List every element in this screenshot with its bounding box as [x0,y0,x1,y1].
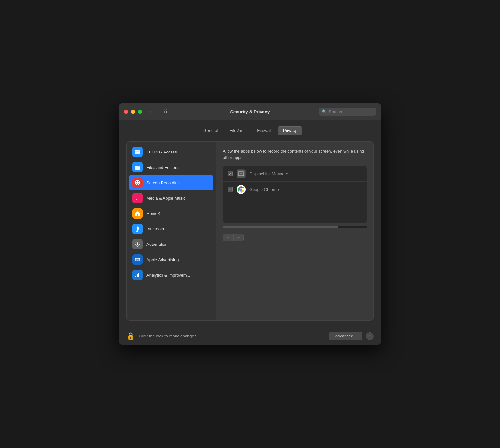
chrome-label: Google Chrome [249,187,279,192]
tab-filevault[interactable]: FileVault [224,126,251,135]
svg-rect-9 [136,259,139,261]
main-window: ‹ › ⠿ Security & Privacy 🔍 General FileV… [119,103,381,345]
svg-point-19 [240,189,242,190]
sidebar-item-label: Apple Advertising [146,257,179,262]
sidebar-item-automation[interactable]: Automation [129,236,213,252]
sidebar-item-apple-advertising[interactable]: Apple Advertising [129,252,213,267]
sidebar-item-label: Bluetooth [146,227,164,231]
forward-button[interactable]: › [154,109,160,115]
horizontal-scrollbar[interactable] [223,226,367,228]
analytics-icon [132,270,143,280]
tab-general[interactable]: General [198,126,223,135]
homekit-icon [132,208,143,219]
svg-rect-15 [240,173,242,174]
nav-arrows: ‹ › [147,109,160,115]
main-panel: Full Disk Access Files and Folders Scree… [126,141,374,321]
tabs-bar: General FileVault Firewall Privacy [126,126,374,135]
scrollbar-thumb [223,226,338,228]
search-icon: 🔍 [322,109,327,114]
sidebar-item-screen-recording[interactable]: Screen Recording [129,175,213,190]
media-apple-music-icon: ♪ [132,193,143,203]
sidebar: Full Disk Access Files and Folders Scree… [127,142,216,320]
sidebar-item-homekit[interactable]: HomeKit [129,206,213,221]
empty-row [223,197,367,223]
automation-icon [132,239,143,249]
table-row: Google Chrome [223,182,367,197]
close-button[interactable] [124,110,128,114]
svg-point-5 [136,181,139,184]
add-app-button[interactable]: + [223,234,233,241]
lock-text: Click the lock to make changes. [139,334,197,338]
displaylink-label: DisplayLink Manager [249,171,288,176]
search-input[interactable] [329,109,373,114]
tab-firewall[interactable]: Firewall [252,126,277,135]
tab-privacy[interactable]: Privacy [278,126,302,135]
sidebar-item-label: Automation [146,242,168,247]
svg-text:♪: ♪ [136,195,138,201]
sidebar-item-label: Full Disk Access [146,150,177,154]
sidebar-item-label: Media & Apple Music [146,196,185,201]
traffic-lights [124,110,142,114]
minimize-button[interactable] [131,110,135,114]
screen-recording-icon [132,178,143,188]
help-button[interactable]: ? [366,332,374,340]
displaylink-checkbox[interactable] [228,171,233,176]
content-area: General FileVault Firewall Privacy Full … [119,120,381,327]
sidebar-item-label: HomeKit [146,211,162,216]
apple-advertising-icon [132,254,143,265]
sidebar-item-analytics-improvements[interactable]: Analytics & Improvem... [129,267,213,283]
sidebar-item-files-and-folders[interactable]: Files and Folders [129,160,213,175]
panel-description: Allow the apps below to record the conte… [223,148,367,161]
titlebar: ‹ › ⠿ Security & Privacy 🔍 [119,103,381,120]
svg-rect-11 [137,274,138,277]
lock-icon[interactable]: 🔒 [126,332,135,340]
sidebar-item-bluetooth[interactable]: Bluetooth [129,221,213,236]
table-row: DisplayLink Manager [223,166,367,182]
maximize-button[interactable] [138,110,142,114]
sidebar-item-label: Analytics & Improvem... [146,273,190,278]
bottom-bar: 🔒 Click the lock to make changes. Advanc… [119,327,381,345]
remove-app-button[interactable]: − [233,234,244,241]
bluetooth-icon [132,224,143,234]
sidebar-item-label: Screen Recording [146,180,180,185]
apps-list: DisplayLink Manager [223,166,367,223]
grid-icon[interactable]: ⠿ [164,109,168,115]
sidebar-item-full-disk-access[interactable]: Full Disk Access [129,144,213,160]
search-bar: 🔍 [319,108,376,116]
files-and-folders-icon [132,162,143,172]
full-disk-access-icon [132,147,143,157]
advanced-button[interactable]: Advanced... [329,332,362,340]
window-title: Security & Privacy [230,109,270,114]
svg-point-7 [137,243,138,245]
displaylink-icon [237,169,246,178]
right-panel: Allow the apps below to record the conte… [216,142,373,320]
add-remove-buttons: + − [223,234,367,241]
svg-rect-10 [135,276,136,277]
back-button[interactable]: ‹ [147,109,153,115]
svg-rect-12 [138,273,139,277]
sidebar-item-media-apple-music[interactable]: ♪ Media & Apple Music [129,190,213,206]
sidebar-item-label: Files and Folders [146,165,179,170]
chrome-icon [237,185,246,194]
svg-rect-1 [135,150,137,151]
chrome-checkbox[interactable] [228,187,233,192]
svg-rect-3 [135,166,137,167]
